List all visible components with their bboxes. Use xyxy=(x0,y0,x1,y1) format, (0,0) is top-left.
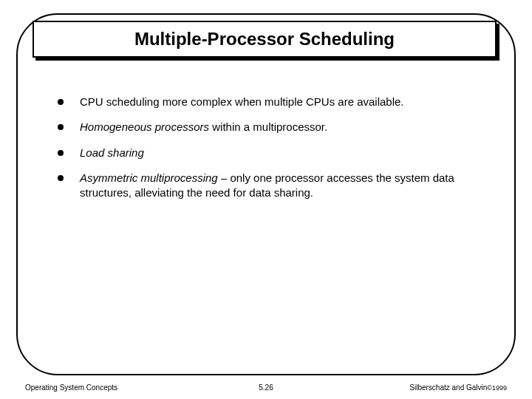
footer-right: Silberschatz and Galvin©1999 xyxy=(409,383,507,392)
italic-term: Load sharing xyxy=(80,146,144,159)
bullet-icon xyxy=(58,124,64,130)
slide: Multiple-Processor Scheduling CPU schedu… xyxy=(0,0,532,399)
footer: Operating System Concepts 5.26 Silbersch… xyxy=(25,383,507,392)
list-item: CPU scheduling more complex when multipl… xyxy=(58,95,486,109)
footer-copyright: ©1999 xyxy=(487,384,507,392)
bullet-text: Homogeneous processors within a multipro… xyxy=(80,120,327,134)
footer-page: 5.26 xyxy=(259,383,273,392)
slide-title: Multiple-Processor Scheduling xyxy=(134,29,395,50)
bullet-text: Load sharing xyxy=(80,146,144,160)
italic-term: Homogeneous processors xyxy=(80,120,209,133)
italic-term: Asymmetric multiprocessing xyxy=(80,171,218,184)
bullet-icon xyxy=(58,99,64,105)
bullet-text: Asymmetric multiprocessing – only one pr… xyxy=(80,171,486,201)
list-item: Load sharing xyxy=(58,146,486,160)
footer-left: Operating System Concepts xyxy=(25,383,117,392)
footer-author: Silberschatz and Galvin xyxy=(409,383,487,392)
bullet-icon xyxy=(58,150,64,156)
bullet-icon xyxy=(58,175,64,181)
bullet-rest: within a multiprocessor. xyxy=(209,120,327,133)
list-item: Asymmetric multiprocessing – only one pr… xyxy=(58,171,486,201)
bullet-text: CPU scheduling more complex when multipl… xyxy=(80,95,404,109)
list-item: Homogeneous processors within a multipro… xyxy=(58,120,486,134)
title-box: Multiple-Processor Scheduling xyxy=(33,21,497,58)
content-area: CPU scheduling more complex when multipl… xyxy=(58,95,486,211)
